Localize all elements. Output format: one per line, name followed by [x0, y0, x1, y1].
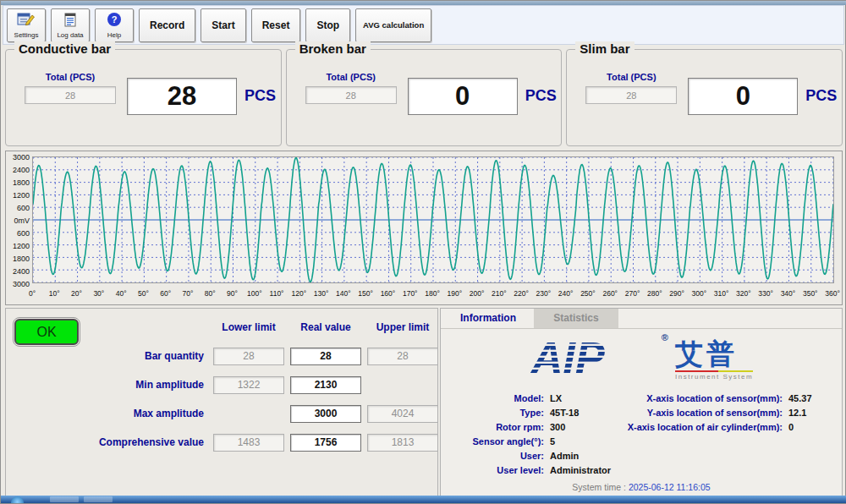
counter-panels-row: Conductive bar Total (PCS) 28 28 PCS Bro… [5, 49, 843, 146]
user-value: Admin [544, 451, 611, 460]
settings-label: Settings [14, 31, 39, 39]
logo-aip-text: AIP [530, 334, 655, 380]
logo-cn-block: 艾普 Instrument System [675, 339, 753, 381]
count-display: 0 [408, 78, 518, 115]
min-amplitude-lower-limit-input[interactable]: 1322 [213, 376, 284, 394]
total-pcs-label: Total (PCS) [25, 72, 116, 82]
x-axis-tick: 110° [265, 289, 288, 298]
bar-quantity-real-value[interactable]: 28 [290, 348, 361, 365]
comprehensive-value-real-value[interactable]: 1756 [290, 434, 361, 452]
x-axis-tick: 290° [665, 289, 689, 298]
log-data-button[interactable]: Log data [51, 8, 90, 42]
x-axis-tick: 160° [376, 289, 399, 298]
type-label: Type: [444, 408, 544, 417]
x-axis-tick: 200° [465, 289, 489, 298]
x-axis-tick: 130° [310, 289, 333, 298]
info-fields-right: X-axis location of sensor(mm): 45.37 Y-a… [586, 393, 812, 431]
x-axis-tick: 170° [398, 289, 422, 298]
taskbar-item[interactable] [84, 496, 113, 502]
max-amplitude-real-value[interactable]: 3000 [290, 405, 361, 423]
x-axis-tick: 120° [287, 289, 310, 298]
pcs-unit-label: PCS [244, 87, 276, 105]
system-time: System time : 2025-06-12 11:16:05 [441, 482, 842, 492]
max-amplitude-upper-limit-input[interactable]: 4024 [367, 405, 438, 423]
waveform-svg [33, 157, 833, 282]
reset-button[interactable]: Reset [251, 8, 301, 42]
bar-quantity-upper-limit-input[interactable]: 28 [367, 348, 438, 365]
x-axis-tick: 350° [799, 289, 822, 298]
y-axis-tick: 1200 [8, 242, 30, 250]
app-window: Settings Log data ? [0, 0, 846, 504]
row-label-min-amplitude: Min amplitude [28, 376, 207, 394]
x-axis-tick: 70° [176, 289, 200, 298]
x-axis-tick: 250° [576, 289, 600, 298]
logo-underline [675, 370, 753, 372]
y-axis-tick: 2400 [8, 267, 30, 276]
x-axis-tick: 190° [442, 289, 466, 298]
user-label: User: [444, 451, 544, 460]
user-level-value: Administrator [544, 465, 611, 474]
y-axis-tick: 600 [8, 229, 30, 238]
pcs-unit-label: PCS [525, 87, 557, 105]
y-sensor-label: Y-axis location of sensor(mm): [586, 408, 783, 417]
x-axis-tick: 220° [509, 289, 533, 298]
avg-calculation-button[interactable]: AVG calculation [355, 8, 431, 42]
start-orb-icon[interactable] [11, 496, 24, 503]
x-axis-tick: 310° [710, 289, 733, 298]
row-label-bar-quantity: Bar quantity [28, 348, 207, 365]
panel-broken-bar: Broken bar Total (PCS) 28 0 PCS [286, 49, 563, 146]
help-icon: ? [107, 12, 122, 30]
toolbar: Settings Log data ? [3, 5, 844, 45]
total-pcs-input[interactable]: 28 [585, 86, 677, 104]
panel-slim-bar: Slim bar Total (PCS) 28 0 PCS [566, 49, 843, 146]
x-axis-tick: 320° [732, 289, 755, 298]
x-axis-tick: 260° [598, 289, 622, 298]
y-axis-tick: 600 [8, 204, 30, 212]
settings-icon [17, 12, 36, 30]
min-amplitude-real-value[interactable]: 2130 [290, 376, 361, 394]
x-axis-tick: 280° [643, 289, 667, 298]
comprehensive-value-lower-limit-input[interactable]: 1483 [213, 434, 284, 452]
record-button[interactable]: Record [139, 8, 195, 42]
x-axis-tick: 60° [154, 289, 178, 298]
taskbar-item[interactable] [50, 496, 79, 502]
total-pcs-label: Total (PCS) [305, 72, 397, 82]
help-button[interactable]: ? Help [95, 8, 134, 42]
x-axis-tick: 270° [621, 289, 645, 298]
y-axis-labels: 30002400180012006000mV600120018002400300… [8, 156, 30, 283]
y-axis-tick: 3000 [8, 280, 30, 288]
comprehensive-value-upper-limit-input[interactable]: 1813 [367, 434, 438, 452]
y-axis-tick: 1200 [8, 191, 30, 200]
bar-quantity-lower-limit-input[interactable]: 28 [213, 348, 284, 365]
count-display: 28 [127, 78, 237, 115]
taskbar[interactable] [1, 496, 846, 503]
total-pcs-input[interactable]: 28 [25, 86, 116, 104]
tab-information[interactable]: Information [446, 309, 530, 328]
log-data-label: Log data [57, 31, 83, 39]
x-axis-tick: 240° [554, 289, 578, 298]
y-axis-tick: 2400 [8, 166, 30, 174]
settings-button[interactable]: Settings [7, 8, 46, 42]
total-pcs-input[interactable]: 28 [305, 86, 397, 104]
y-axis-tick: 1800 [8, 255, 30, 263]
pcs-unit-label: PCS [805, 87, 837, 105]
header-upper-limit: Upper limit [367, 319, 438, 337]
x-axis-tick: 30° [87, 289, 111, 298]
x-axis-labels: 0°10°20°30°40°50°60°70°80°90°100°110°120… [32, 288, 834, 301]
x-axis-tick: 90° [221, 289, 244, 298]
help-label: Help [107, 31, 121, 39]
logo-subtitle: Instrument System [675, 373, 753, 381]
results-table: Lower limit Real value Upper limit Bar q… [28, 319, 438, 452]
start-button[interactable]: Start [201, 8, 245, 42]
y-axis-tick: 1800 [8, 178, 30, 187]
header-real-value: Real value [290, 319, 361, 337]
x-axis-tick: 80° [198, 289, 222, 298]
result-panel: OK Lower limit Real value Upper limit Ba… [5, 308, 438, 496]
x-axis-tick: 330° [754, 289, 777, 298]
tab-statistics[interactable]: Statistics [534, 309, 618, 328]
x-axis-tick: 300° [687, 289, 711, 298]
x-axis-tick: 100° [243, 289, 266, 298]
svg-text:AIP: AIP [530, 334, 605, 380]
stop-button[interactable]: Stop [305, 8, 350, 42]
x-axis-tick: 140° [332, 289, 355, 298]
